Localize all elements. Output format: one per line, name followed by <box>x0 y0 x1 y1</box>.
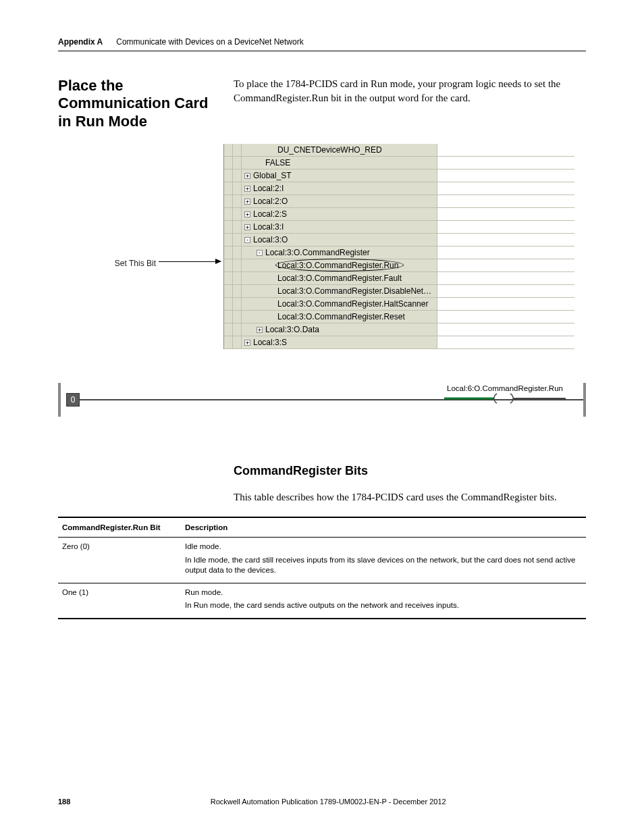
tree-gutter <box>224 157 242 169</box>
tree-value-cell <box>437 272 574 284</box>
page-number: 188 <box>58 798 70 806</box>
expand-icon[interactable]: + <box>244 173 250 179</box>
tree-node-label: Local:3:O.CommandRegister.Fault <box>277 273 402 283</box>
tree-row: +Local:3:O.Data <box>224 323 574 336</box>
tree-node-label: Local:3:I <box>253 222 284 232</box>
tree-row: +Global_ST <box>224 170 574 182</box>
tree-cell: -Local:3:O.CommandRegister <box>242 246 437 259</box>
tree-gutter <box>224 246 242 259</box>
coil-label: Local:6:O.CommandRegister.Run <box>444 384 566 407</box>
tree-cell: Local:3:O.CommandRegister.HaltScanner <box>242 298 437 310</box>
tree-value-cell <box>437 234 574 246</box>
tree-row: Local:3:O.CommandRegister.Fault <box>224 272 574 285</box>
tree-value-cell <box>437 157 574 169</box>
set-this-bit-label: Set This Bit <box>58 259 156 268</box>
tree-cell: -Local:3:O <box>242 234 437 246</box>
collapse-icon[interactable]: - <box>244 237 250 243</box>
annotation-arrow <box>159 261 221 263</box>
expand-icon[interactable]: + <box>244 199 250 205</box>
page-content: Appendix A Communicate with Devices on a… <box>0 0 644 619</box>
table-row: One (1) Run mode. In Run mode, the card … <box>58 583 586 619</box>
tree-node-label: Local:3:O <box>253 235 288 244</box>
tree-value-cell <box>437 336 574 348</box>
tree-row: Local:3:O.CommandRegister.Run <box>224 259 574 272</box>
table-header: Description <box>181 517 586 538</box>
tree-gutter <box>224 144 242 156</box>
collapse-icon[interactable]: - <box>257 250 263 256</box>
tree-node-label: Local:3:O.CommandRegister.DisableNet… <box>277 286 431 296</box>
table-cell: Zero (0) <box>58 538 181 583</box>
tree-row: DU_CNETDeviceWHO_RED <box>224 144 574 157</box>
tag-tree: DU_CNETDeviceWHO_REDFALSE+Global_ST+Loca… <box>223 144 574 349</box>
header-title: Communicate with Devices on a DeviceNet … <box>116 37 303 47</box>
tree-cell: DU_CNETDeviceWHO_RED <box>242 144 437 156</box>
expand-icon[interactable]: + <box>244 211 250 217</box>
tree-gutter <box>224 323 242 336</box>
tree-cell: Local:3:O.CommandRegister.Run <box>242 259 437 271</box>
section-title: Place the Communication Card in Run Mode <box>58 77 220 130</box>
tree-value-cell <box>437 246 574 259</box>
tree-node-label: Local:2:S <box>253 209 287 219</box>
tree-node-label: Local:2:O <box>253 197 288 206</box>
tree-gutter <box>224 182 242 194</box>
tree-gutter <box>224 311 242 323</box>
tree-node-label: Local:3:O.CommandRegister.Run <box>277 261 398 270</box>
tree-value-cell <box>437 323 574 336</box>
rung-number: 0 <box>66 393 80 407</box>
subsection-two-col: CommandRegister Bits This table describe… <box>58 417 586 504</box>
tree-node-label: Local:3:O.CommandRegister.Reset <box>277 312 405 321</box>
ladder-rung: 0 Local:6:O.CommandRegister.Run <box>58 383 586 417</box>
tree-value-cell <box>437 221 574 233</box>
expand-icon[interactable]: + <box>244 224 250 230</box>
coil-symbol <box>444 392 566 405</box>
tree-value-cell <box>437 298 574 310</box>
tree-node-label: Local:3:O.Data <box>265 325 319 334</box>
expand-icon[interactable]: + <box>244 186 250 192</box>
right-rail <box>583 383 586 417</box>
tree-gutter <box>224 208 242 220</box>
tree-cell: +Local:3:O.Data <box>242 323 437 336</box>
tree-node-label: Local:2:I <box>253 184 284 193</box>
tree-node-label: Global_ST <box>253 171 292 180</box>
command-register-table: CommandRegister.Run Bit Description Zero… <box>58 517 586 619</box>
tree-gutter <box>224 221 242 233</box>
tree-row: FALSE <box>224 157 574 170</box>
tree-node-label: Local:3:S <box>253 338 287 347</box>
table-header-row: CommandRegister.Run Bit Description <box>58 517 586 538</box>
tree-node-label: Local:3:O.CommandRegister.HaltScanner <box>277 299 428 309</box>
tree-row: -Local:3:O <box>224 234 574 246</box>
tree-cell: +Local:2:O <box>242 195 437 207</box>
tree-row: +Local:2:O <box>224 195 574 208</box>
subsection-intro: This table describes how the 1784-PCIDS … <box>234 490 586 504</box>
appendix-label: Appendix A <box>58 37 103 47</box>
tree-figure: Set This Bit DU_CNETDeviceWHO_REDFALSE+G… <box>58 144 586 349</box>
tree-gutter <box>224 170 242 182</box>
tree-cell: FALSE <box>242 157 437 169</box>
expand-icon[interactable]: + <box>244 340 250 346</box>
tree-cell: Local:3:O.CommandRegister.DisableNet… <box>242 285 437 297</box>
tree-node-label: DU_CNETDeviceWHO_RED <box>277 145 382 155</box>
tree-node-label: Local:3:O.CommandRegister <box>265 248 370 257</box>
tree-cell: Local:3:O.CommandRegister.Reset <box>242 311 437 323</box>
tree-gutter <box>224 195 242 207</box>
tree-cell: +Local:2:S <box>242 208 437 220</box>
tree-row: Local:3:O.CommandRegister.DisableNet… <box>224 285 574 298</box>
tree-row: +Local:3:I <box>224 221 574 234</box>
tree-value-cell <box>437 259 574 271</box>
tree-gutter <box>224 285 242 297</box>
section-two-col: Place the Communication Card in Run Mode… <box>58 77 586 130</box>
tree-cell: +Local:2:I <box>242 182 437 194</box>
tree-node-label: FALSE <box>265 158 290 167</box>
rung-wire: Local:6:O.CommandRegister.Run <box>80 399 583 400</box>
tree-row: Local:3:O.CommandRegister.Reset <box>224 311 574 323</box>
page-header: Appendix A Communicate with Devices on a… <box>58 37 586 51</box>
tree-value-cell <box>437 311 574 323</box>
table-cell: Run mode. In Run mode, the card sends ac… <box>181 583 586 619</box>
left-rail <box>58 383 61 417</box>
tree-row: -Local:3:O.CommandRegister <box>224 246 574 259</box>
expand-icon[interactable]: + <box>257 327 263 333</box>
table-row: Zero (0) Idle mode. In Idle mode, the ca… <box>58 538 586 583</box>
tree-gutter <box>224 272 242 284</box>
tree-value-cell <box>437 182 574 194</box>
tree-row: +Local:2:I <box>224 182 574 195</box>
